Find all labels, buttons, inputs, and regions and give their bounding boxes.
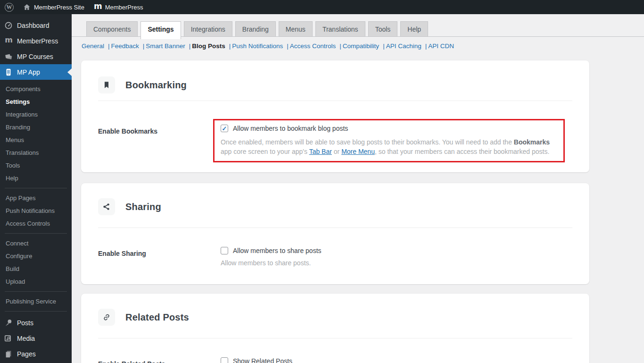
memberpress-menu[interactable]: m MemberPress — [89, 0, 148, 14]
tab-settings[interactable]: Settings — [140, 21, 181, 39]
sidebar-item-mp-courses[interactable]: MP Courses — [0, 49, 72, 64]
site-name: MemberPress Site — [34, 4, 84, 11]
wordpress-logo-icon: W — [5, 3, 14, 12]
sidebar-item-label: Media — [17, 335, 35, 342]
sidebar-item-pages[interactable]: Pages — [0, 346, 72, 362]
sidebar-item-dashboard[interactable]: Dashboard — [0, 17, 72, 33]
subnav-link-blog-posts[interactable]: Blog Posts — [192, 42, 225, 50]
enable-bookmarks-label: Enable Bookmarks — [98, 125, 221, 156]
settings-tabbar: Components Settings Integrations Brandin… — [86, 21, 431, 39]
dashboard-icon — [4, 21, 13, 30]
enable-sharing-row: Enable Sharing Allow members to share po… — [81, 228, 589, 268]
enable-sharing-label: Enable Sharing — [98, 247, 221, 268]
subnav-separator: | — [287, 42, 289, 50]
section-title: Sharing — [125, 202, 161, 212]
enable-sharing-checkbox[interactable] — [221, 247, 228, 254]
sidebar-item-media[interactable]: Media — [0, 330, 72, 346]
sidebar-subitem-publishing-service[interactable]: Publishing Service — [0, 295, 72, 308]
pages-icon — [4, 349, 13, 359]
sidebar-item-posts[interactable]: Posts — [0, 315, 72, 330]
description-text: Once enabled, members will be able to sa… — [221, 138, 514, 146]
subnav-link-push-notifications[interactable]: Push Notifications — [232, 42, 283, 50]
mp-app-submenu: Components Settings Integrations Brandin… — [0, 80, 72, 312]
subnav-link-feedback[interactable]: Feedback — [111, 42, 139, 50]
settings-subnav: General|Feedback|Smart Banner|Blog Posts… — [82, 42, 454, 50]
sidebar-subitem-configure[interactable]: Configure — [0, 250, 72, 262]
description-text: app core screen to your app's — [221, 148, 309, 155]
sidebar-divider — [5, 291, 67, 292]
sidebar-item-memberpress[interactable]: m MemberPress — [0, 33, 72, 49]
link-icon — [98, 309, 115, 326]
enable-bookmarks-checkbox[interactable] — [221, 125, 228, 132]
sidebar-subitem-branding[interactable]: Branding — [0, 121, 72, 134]
enable-bookmarks-row: Enable Bookmarks Allow members to bookma… — [81, 101, 589, 156]
subnav-link-api-caching[interactable]: API Caching — [386, 42, 421, 50]
sidebar-item-label: Pages — [17, 350, 36, 358]
bookmarking-header: Bookmarking — [81, 60, 589, 101]
subnav-separator: | — [143, 42, 145, 50]
subnav-link-api-cdn[interactable]: API CDN — [428, 42, 454, 50]
section-title: Related Posts — [125, 312, 189, 323]
sharing-header: Sharing — [81, 183, 589, 228]
tab-branding[interactable]: Branding — [235, 21, 276, 36]
main-content: Components Settings Integrations Brandin… — [72, 14, 644, 363]
sidebar-subitem-connect[interactable]: Connect — [0, 237, 72, 250]
enable-related-posts-row: Enable Related Posts Show Related Posts — [81, 338, 589, 363]
site-menu[interactable]: MemberPress Site — [18, 0, 89, 14]
admin-bar: W MemberPress Site m MemberPress — [0, 0, 644, 14]
subnav-separator: | — [108, 42, 110, 50]
sidebar-subitem-integrations[interactable]: Integrations — [0, 108, 72, 121]
tab-integrations[interactable]: Integrations — [184, 21, 232, 36]
wordpress-menu[interactable]: W — [0, 0, 18, 14]
pushpin-icon — [4, 318, 13, 328]
tab-translations[interactable]: Translations — [315, 21, 365, 36]
sidebar-divider — [5, 188, 67, 188]
show-related-posts-checkbox-label: Show Related Posts — [233, 357, 292, 363]
bookmarking-description: Once enabled, members will be able to sa… — [221, 137, 558, 156]
tab-bar-link[interactable]: Tab Bar — [309, 148, 332, 155]
sidebar-subitem-tools[interactable]: Tools — [0, 159, 72, 172]
more-menu-link[interactable]: More Menu — [341, 148, 375, 155]
enable-bookmarks-checkbox-label: Allow members to bookmark blog posts — [233, 125, 348, 132]
sidebar: Dashboard m MemberPress MP Courses MP Ap… — [0, 14, 72, 363]
tab-tools[interactable]: Tools — [368, 21, 398, 36]
bookmark-icon — [98, 76, 115, 93]
enable-related-posts-label: Enable Related Posts — [98, 357, 221, 363]
sharing-section: Sharing Enable Sharing Allow members to … — [81, 183, 589, 284]
sidebar-subitem-push-notifications[interactable]: Push Notifications — [0, 204, 72, 217]
subnav-link-access-controls[interactable]: Access Controls — [290, 42, 336, 50]
sidebar-subitem-menus[interactable]: Menus — [0, 134, 72, 146]
bookmarking-section: Bookmarking Enable Bookmarks Allow membe… — [81, 60, 589, 172]
sidebar-divider — [5, 311, 67, 312]
subnav-separator: | — [425, 42, 427, 50]
tab-components[interactable]: Components — [86, 21, 138, 36]
memberpress-m-icon: m — [4, 36, 13, 46]
sidebar-item-label: MemberPress — [17, 37, 58, 45]
sidebar-subitem-app-pages[interactable]: App Pages — [0, 192, 72, 204]
sidebar-subitem-upload[interactable]: Upload — [0, 275, 72, 288]
related-posts-header: Related Posts — [81, 294, 589, 338]
sidebar-subitem-components[interactable]: Components — [0, 83, 72, 95]
mobile-app-icon — [4, 68, 13, 77]
home-icon — [23, 3, 31, 11]
subnav-link-smart-banner[interactable]: Smart Banner — [146, 42, 185, 50]
memberpress-name: MemberPress — [105, 4, 143, 11]
tab-help[interactable]: Help — [400, 21, 428, 36]
subnav-separator: | — [383, 42, 385, 50]
sidebar-subitem-translations[interactable]: Translations — [0, 146, 72, 159]
subnav-link-general[interactable]: General — [82, 42, 104, 50]
tab-menus[interactable]: Menus — [279, 21, 313, 36]
sidebar-subitem-build[interactable]: Build — [0, 262, 72, 275]
subnav-separator: | — [229, 42, 231, 50]
sidebar-subitem-help[interactable]: Help — [0, 172, 72, 185]
sidebar-subitem-settings[interactable]: Settings — [0, 95, 72, 108]
sidebar-subitem-access-controls[interactable]: Access Controls — [0, 217, 72, 230]
media-icon — [4, 334, 13, 343]
subnav-separator: | — [339, 42, 341, 50]
description-text: or — [332, 148, 341, 155]
show-related-posts-checkbox[interactable] — [221, 357, 228, 363]
sidebar-item-mp-app[interactable]: MP App — [0, 64, 72, 80]
share-icon — [98, 198, 115, 215]
sidebar-item-label: MP App — [17, 68, 40, 76]
subnav-link-compatibility[interactable]: Compatibility — [343, 42, 379, 50]
